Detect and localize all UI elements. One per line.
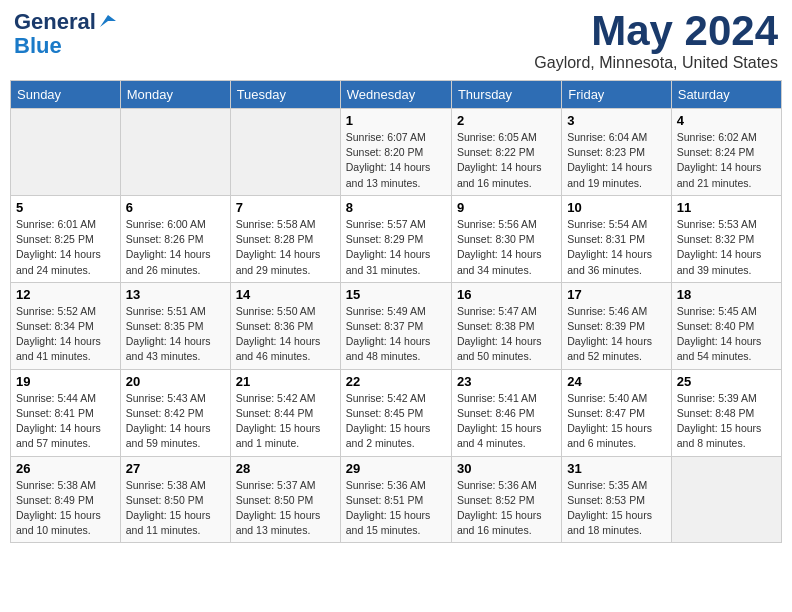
calendar-day-header: Monday bbox=[120, 81, 230, 109]
calendar-week-row: 12Sunrise: 5:52 AM Sunset: 8:34 PM Dayli… bbox=[11, 282, 782, 369]
day-number: 25 bbox=[677, 374, 776, 389]
day-number: 31 bbox=[567, 461, 665, 476]
calendar-day-header: Wednesday bbox=[340, 81, 451, 109]
calendar-cell bbox=[671, 456, 781, 543]
calendar-cell: 14Sunrise: 5:50 AM Sunset: 8:36 PM Dayli… bbox=[230, 282, 340, 369]
page-title: May 2024 bbox=[534, 10, 778, 52]
day-info: Sunrise: 5:49 AM Sunset: 8:37 PM Dayligh… bbox=[346, 304, 446, 365]
calendar-day-header: Tuesday bbox=[230, 81, 340, 109]
day-number: 16 bbox=[457, 287, 556, 302]
calendar-cell: 3Sunrise: 6:04 AM Sunset: 8:23 PM Daylig… bbox=[562, 109, 671, 196]
day-number: 8 bbox=[346, 200, 446, 215]
calendar-cell bbox=[230, 109, 340, 196]
calendar-cell: 2Sunrise: 6:05 AM Sunset: 8:22 PM Daylig… bbox=[451, 109, 561, 196]
day-number: 22 bbox=[346, 374, 446, 389]
day-info: Sunrise: 5:47 AM Sunset: 8:38 PM Dayligh… bbox=[457, 304, 556, 365]
day-number: 19 bbox=[16, 374, 115, 389]
day-number: 9 bbox=[457, 200, 556, 215]
day-number: 7 bbox=[236, 200, 335, 215]
svg-marker-0 bbox=[100, 15, 116, 27]
day-info: Sunrise: 5:42 AM Sunset: 8:45 PM Dayligh… bbox=[346, 391, 446, 452]
day-info: Sunrise: 5:51 AM Sunset: 8:35 PM Dayligh… bbox=[126, 304, 225, 365]
logo: General Blue bbox=[14, 10, 116, 58]
day-info: Sunrise: 6:02 AM Sunset: 8:24 PM Dayligh… bbox=[677, 130, 776, 191]
calendar-day-header: Friday bbox=[562, 81, 671, 109]
calendar-cell: 8Sunrise: 5:57 AM Sunset: 8:29 PM Daylig… bbox=[340, 195, 451, 282]
day-info: Sunrise: 6:00 AM Sunset: 8:26 PM Dayligh… bbox=[126, 217, 225, 278]
day-info: Sunrise: 5:38 AM Sunset: 8:49 PM Dayligh… bbox=[16, 478, 115, 539]
day-number: 13 bbox=[126, 287, 225, 302]
day-number: 30 bbox=[457, 461, 556, 476]
day-number: 29 bbox=[346, 461, 446, 476]
calendar-cell: 7Sunrise: 5:58 AM Sunset: 8:28 PM Daylig… bbox=[230, 195, 340, 282]
calendar-day-header: Saturday bbox=[671, 81, 781, 109]
day-info: Sunrise: 6:05 AM Sunset: 8:22 PM Dayligh… bbox=[457, 130, 556, 191]
day-number: 3 bbox=[567, 113, 665, 128]
calendar-week-row: 19Sunrise: 5:44 AM Sunset: 8:41 PM Dayli… bbox=[11, 369, 782, 456]
day-number: 12 bbox=[16, 287, 115, 302]
calendar-cell: 6Sunrise: 6:00 AM Sunset: 8:26 PM Daylig… bbox=[120, 195, 230, 282]
day-number: 1 bbox=[346, 113, 446, 128]
calendar-cell: 16Sunrise: 5:47 AM Sunset: 8:38 PM Dayli… bbox=[451, 282, 561, 369]
calendar-cell: 31Sunrise: 5:35 AM Sunset: 8:53 PM Dayli… bbox=[562, 456, 671, 543]
day-number: 11 bbox=[677, 200, 776, 215]
day-number: 21 bbox=[236, 374, 335, 389]
day-info: Sunrise: 5:58 AM Sunset: 8:28 PM Dayligh… bbox=[236, 217, 335, 278]
page-subtitle: Gaylord, Minnesota, United States bbox=[534, 54, 778, 72]
calendar-cell bbox=[11, 109, 121, 196]
day-number: 23 bbox=[457, 374, 556, 389]
day-number: 24 bbox=[567, 374, 665, 389]
calendar-cell: 15Sunrise: 5:49 AM Sunset: 8:37 PM Dayli… bbox=[340, 282, 451, 369]
logo-text-blue: Blue bbox=[14, 34, 62, 58]
day-info: Sunrise: 5:40 AM Sunset: 8:47 PM Dayligh… bbox=[567, 391, 665, 452]
day-info: Sunrise: 5:36 AM Sunset: 8:51 PM Dayligh… bbox=[346, 478, 446, 539]
calendar-cell: 29Sunrise: 5:36 AM Sunset: 8:51 PM Dayli… bbox=[340, 456, 451, 543]
calendar-week-row: 5Sunrise: 6:01 AM Sunset: 8:25 PM Daylig… bbox=[11, 195, 782, 282]
calendar-cell: 12Sunrise: 5:52 AM Sunset: 8:34 PM Dayli… bbox=[11, 282, 121, 369]
day-number: 28 bbox=[236, 461, 335, 476]
day-number: 27 bbox=[126, 461, 225, 476]
day-info: Sunrise: 5:43 AM Sunset: 8:42 PM Dayligh… bbox=[126, 391, 225, 452]
calendar-day-header: Sunday bbox=[11, 81, 121, 109]
day-info: Sunrise: 5:46 AM Sunset: 8:39 PM Dayligh… bbox=[567, 304, 665, 365]
calendar-cell: 28Sunrise: 5:37 AM Sunset: 8:50 PM Dayli… bbox=[230, 456, 340, 543]
day-number: 5 bbox=[16, 200, 115, 215]
calendar-cell: 9Sunrise: 5:56 AM Sunset: 8:30 PM Daylig… bbox=[451, 195, 561, 282]
day-info: Sunrise: 5:52 AM Sunset: 8:34 PM Dayligh… bbox=[16, 304, 115, 365]
calendar-cell: 5Sunrise: 6:01 AM Sunset: 8:25 PM Daylig… bbox=[11, 195, 121, 282]
calendar-cell: 26Sunrise: 5:38 AM Sunset: 8:49 PM Dayli… bbox=[11, 456, 121, 543]
day-info: Sunrise: 5:41 AM Sunset: 8:46 PM Dayligh… bbox=[457, 391, 556, 452]
day-info: Sunrise: 5:38 AM Sunset: 8:50 PM Dayligh… bbox=[126, 478, 225, 539]
day-info: Sunrise: 5:54 AM Sunset: 8:31 PM Dayligh… bbox=[567, 217, 665, 278]
day-info: Sunrise: 5:53 AM Sunset: 8:32 PM Dayligh… bbox=[677, 217, 776, 278]
calendar-cell: 19Sunrise: 5:44 AM Sunset: 8:41 PM Dayli… bbox=[11, 369, 121, 456]
day-number: 10 bbox=[567, 200, 665, 215]
day-info: Sunrise: 5:50 AM Sunset: 8:36 PM Dayligh… bbox=[236, 304, 335, 365]
day-info: Sunrise: 6:01 AM Sunset: 8:25 PM Dayligh… bbox=[16, 217, 115, 278]
day-info: Sunrise: 5:37 AM Sunset: 8:50 PM Dayligh… bbox=[236, 478, 335, 539]
day-info: Sunrise: 5:36 AM Sunset: 8:52 PM Dayligh… bbox=[457, 478, 556, 539]
day-info: Sunrise: 5:44 AM Sunset: 8:41 PM Dayligh… bbox=[16, 391, 115, 452]
logo-text-general: General bbox=[14, 10, 96, 34]
calendar-cell: 13Sunrise: 5:51 AM Sunset: 8:35 PM Dayli… bbox=[120, 282, 230, 369]
calendar-cell: 17Sunrise: 5:46 AM Sunset: 8:39 PM Dayli… bbox=[562, 282, 671, 369]
title-block: May 2024 Gaylord, Minnesota, United Stat… bbox=[534, 10, 778, 72]
day-number: 17 bbox=[567, 287, 665, 302]
day-info: Sunrise: 5:45 AM Sunset: 8:40 PM Dayligh… bbox=[677, 304, 776, 365]
day-number: 20 bbox=[126, 374, 225, 389]
day-number: 26 bbox=[16, 461, 115, 476]
calendar-cell: 27Sunrise: 5:38 AM Sunset: 8:50 PM Dayli… bbox=[120, 456, 230, 543]
calendar-day-header: Thursday bbox=[451, 81, 561, 109]
day-number: 2 bbox=[457, 113, 556, 128]
calendar-cell: 30Sunrise: 5:36 AM Sunset: 8:52 PM Dayli… bbox=[451, 456, 561, 543]
calendar-cell: 21Sunrise: 5:42 AM Sunset: 8:44 PM Dayli… bbox=[230, 369, 340, 456]
page-header: General Blue May 2024 Gaylord, Minnesota… bbox=[10, 10, 782, 72]
day-info: Sunrise: 6:07 AM Sunset: 8:20 PM Dayligh… bbox=[346, 130, 446, 191]
day-number: 6 bbox=[126, 200, 225, 215]
calendar-header-row: SundayMondayTuesdayWednesdayThursdayFrid… bbox=[11, 81, 782, 109]
calendar-cell: 20Sunrise: 5:43 AM Sunset: 8:42 PM Dayli… bbox=[120, 369, 230, 456]
calendar-table: SundayMondayTuesdayWednesdayThursdayFrid… bbox=[10, 80, 782, 543]
day-info: Sunrise: 5:35 AM Sunset: 8:53 PM Dayligh… bbox=[567, 478, 665, 539]
calendar-cell: 4Sunrise: 6:02 AM Sunset: 8:24 PM Daylig… bbox=[671, 109, 781, 196]
calendar-cell: 1Sunrise: 6:07 AM Sunset: 8:20 PM Daylig… bbox=[340, 109, 451, 196]
